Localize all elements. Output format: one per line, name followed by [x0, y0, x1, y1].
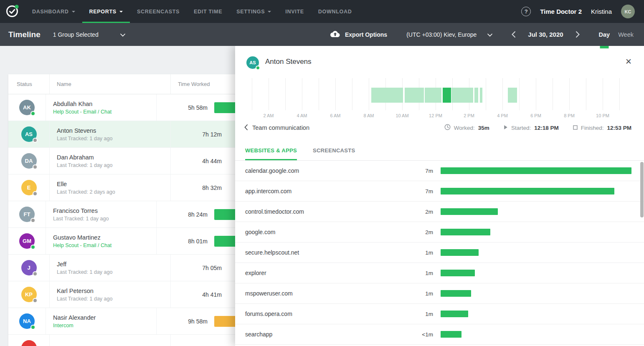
- play-icon: [504, 125, 508, 131]
- hour-tick: [302, 78, 302, 110]
- name-cell: Nasir AlexanderIntercom: [46, 308, 156, 334]
- nav-item-screencasts[interactable]: SCREENCASTS: [130, 0, 187, 23]
- website-name: secure.helpscout.net: [245, 249, 404, 256]
- prev-day-button[interactable]: [512, 31, 515, 38]
- date-label[interactable]: Jul 30, 2020: [528, 31, 563, 38]
- time-worked: 5h 58m: [157, 104, 208, 111]
- app-logo[interactable]: [0, 0, 25, 23]
- timezone-selector[interactable]: (UTC +03:00) Kiev, Europe: [406, 31, 492, 38]
- help-icon[interactable]: ?: [521, 7, 531, 16]
- name-cell: Karl PetersonLast Tracked: 1 day ago: [49, 281, 170, 308]
- task-back-button[interactable]: Team communication: [244, 124, 309, 131]
- table-row[interactable]: ASAnton StevensLast Tracked: 1 day ago7h…: [8, 121, 243, 148]
- hour-label: 4 PM: [497, 113, 508, 118]
- avatar-initials: DA: [25, 158, 33, 164]
- nav-item-reports[interactable]: REPORTS: [82, 0, 130, 23]
- tab-websites-apps[interactable]: WEBSITES & APPS: [245, 147, 297, 160]
- time-cell: 8h 01m: [156, 228, 243, 254]
- avatar: DA: [21, 153, 37, 169]
- website-row[interactable]: app.intercom.com7m: [235, 181, 644, 202]
- finished-label: Finished:: [581, 125, 604, 131]
- avatar: GM: [19, 233, 35, 249]
- export-options-button[interactable]: Export Options: [330, 30, 387, 39]
- nav-item-dashboard[interactable]: DASHBOARD: [25, 0, 82, 23]
- user-name: Elle: [57, 181, 170, 187]
- website-time: 2m: [404, 209, 433, 215]
- website-time: 1m: [404, 290, 433, 297]
- hour-label: 2 PM: [464, 113, 474, 118]
- finished-stat: Finished: 12:53 PM: [573, 125, 631, 131]
- activity-segment: [371, 88, 403, 103]
- user-name: Nasir Alexander: [53, 314, 156, 321]
- group-selector[interactable]: 1 Group Selected: [53, 31, 125, 38]
- nav-item-label: DASHBOARD: [32, 9, 69, 15]
- website-time: 1m: [404, 311, 433, 317]
- time-cell: 5h 58m: [156, 94, 243, 121]
- website-row[interactable]: secure.helpscout.net1m: [235, 242, 644, 263]
- time-worked: 4h 41m: [171, 291, 222, 298]
- website-bar-track: [441, 167, 631, 174]
- website-bar-track: [441, 229, 631, 235]
- website-name: google.com: [245, 229, 404, 235]
- tab-screencasts[interactable]: SCREENCASTS: [313, 147, 355, 160]
- avatar: E: [21, 180, 37, 195]
- avatar-initials: KP: [25, 291, 33, 298]
- website-row[interactable]: google.com2m: [235, 222, 644, 242]
- task-stats: Worked: 35m Started: 12:18 PM Finished: …: [444, 124, 631, 131]
- table-row[interactable]: DADan AbrahamLast Tracked: 1 day ago4h 4…: [8, 148, 243, 174]
- hour-tick: [553, 78, 553, 110]
- status-cell: KP: [8, 281, 49, 308]
- website-usage-bar: [441, 311, 468, 317]
- table-row[interactable]: EElleLast Tracked: 2 days ago8h 32m: [8, 174, 243, 201]
- hour-tick: [285, 78, 286, 110]
- stop-square-icon: [573, 125, 578, 131]
- status-dot: [33, 164, 38, 169]
- view-week-tab[interactable]: Week: [618, 31, 634, 38]
- hour-tick: [319, 78, 319, 110]
- hour-label: 2 AM: [263, 113, 274, 118]
- nav-item-label: SETTINGS: [236, 9, 265, 15]
- time-worked: 7h 05m: [171, 265, 222, 271]
- time-worked: 8h 32m: [171, 184, 222, 191]
- table-row[interactable]: AKAbdullah KhanHelp Scout - Email / Chat…: [8, 94, 243, 121]
- scrollbar-thumb[interactable]: [640, 162, 644, 217]
- avatar-initials: NA: [23, 318, 31, 324]
- status-cell: GM: [8, 228, 46, 254]
- table-row[interactable]: GMGustavo MartinezHelp Scout - Email / C…: [8, 228, 243, 255]
- avatar: KP: [21, 287, 37, 302]
- table-row[interactable]: NANasir AlexanderIntercom9h 58m: [8, 308, 243, 335]
- name-cell: [49, 335, 170, 346]
- website-row[interactable]: calendar.google.com7m: [235, 161, 644, 181]
- table-row[interactable]: FTFrancisco TorresLast Tracked: 1 day ag…: [8, 201, 243, 228]
- user-avatar[interactable]: KC: [621, 5, 635, 18]
- worked-value: 35m: [478, 125, 489, 131]
- website-row[interactable]: mspoweruser.com1m: [235, 283, 644, 304]
- table-row[interactable]: JJeffLast Tracked: 1 day ago7h 05m: [8, 255, 243, 281]
- view-day-tab[interactable]: Day: [599, 31, 610, 38]
- website-name: explorer: [245, 270, 404, 276]
- nav-item-invite[interactable]: INVITE: [278, 0, 311, 23]
- next-day-button[interactable]: [576, 31, 580, 38]
- table-row[interactable]: KPKarl PetersonLast Tracked: 1 day ago4h…: [8, 281, 243, 308]
- nav-item-settings[interactable]: SETTINGS: [229, 0, 278, 23]
- started-label: Started:: [511, 125, 531, 131]
- hour-label: 8 PM: [564, 113, 575, 118]
- nav-item-edit-time[interactable]: EDIT TIME: [187, 0, 229, 23]
- page-title: Timeline: [8, 30, 41, 39]
- table-row[interactable]: [8, 335, 243, 346]
- website-row[interactable]: control.timedoctor.com2m: [235, 202, 644, 222]
- website-row[interactable]: explorer1m: [235, 263, 644, 283]
- nav-item-download[interactable]: DOWNLOAD: [311, 0, 359, 23]
- status-cell: DA: [8, 148, 49, 174]
- view-switch: Day Week: [599, 31, 634, 38]
- website-row[interactable]: forums.opera.com1m: [235, 304, 644, 324]
- name-cell: Francisco TorresLast Tracked: 1 day ago: [46, 201, 156, 227]
- status-dot: [30, 111, 35, 116]
- website-row[interactable]: searchapp<1m: [235, 324, 644, 345]
- hour-tick: [335, 78, 336, 110]
- online-status-dot: [256, 66, 260, 70]
- hour-tick: [536, 78, 536, 110]
- close-icon[interactable]: ✕: [625, 58, 632, 66]
- name-cell: Gustavo MartinezHelp Scout - Email / Cha…: [46, 228, 156, 254]
- hour-tick: [369, 78, 369, 110]
